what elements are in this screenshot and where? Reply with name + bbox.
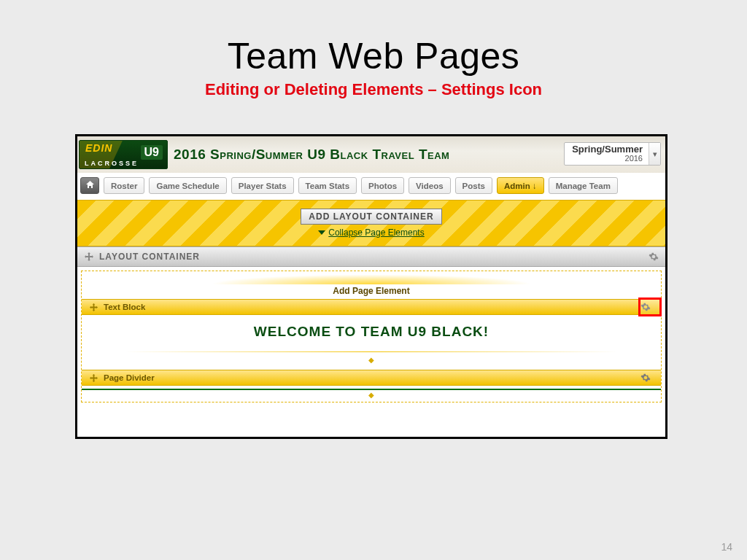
- green-divider: [82, 389, 661, 390]
- season-line1: Spring/Summer: [572, 144, 643, 154]
- tab-team-stats[interactable]: Team Stats: [298, 177, 357, 194]
- text-block-settings-button[interactable]: [636, 299, 655, 315]
- tab-player-stats[interactable]: Player Stats: [231, 177, 294, 194]
- layout-band: ADD LAYOUT CONTAINER Collapse Page Eleme…: [77, 200, 665, 246]
- move-icon[interactable]: [88, 301, 99, 313]
- page-number: 14: [721, 541, 732, 553]
- home-icon: [85, 180, 95, 191]
- tab-manage-team[interactable]: Manage Team: [549, 177, 618, 194]
- gear-icon[interactable]: [648, 251, 659, 262]
- logo-text-top: EDIN: [85, 142, 112, 154]
- add-page-element-button[interactable]: Add Page Element: [82, 284, 661, 299]
- logo-text-bottom: LACROSSE: [85, 160, 139, 167]
- tab-posts[interactable]: Posts: [455, 177, 492, 194]
- move-icon[interactable]: [88, 372, 99, 384]
- insert-marker-icon[interactable]: ◆: [82, 357, 661, 364]
- element-label: Page Divider: [104, 373, 155, 382]
- season-line2: 2016: [572, 154, 643, 163]
- page-divider-settings-button[interactable]: [636, 370, 655, 386]
- app-screenshot: EDIN U9 LACROSSE 2016 Spring/Summer U9 B…: [75, 134, 667, 439]
- tab-roster[interactable]: Roster: [104, 177, 144, 194]
- tab-bar: Roster Game Schedule Player Stats Team S…: [77, 173, 665, 200]
- divider-decoration: [125, 351, 617, 352]
- glow-decoration: [182, 273, 561, 284]
- team-logo[interactable]: EDIN U9 LACROSSE: [79, 140, 168, 169]
- home-button[interactable]: [80, 177, 99, 194]
- collapse-page-elements-link[interactable]: Collapse Page Elements: [318, 228, 424, 238]
- move-icon[interactable]: [83, 251, 95, 262]
- slide-title: Team Web Pages: [0, 0, 747, 77]
- app-header: EDIN U9 LACROSSE 2016 Spring/Summer U9 B…: [77, 136, 665, 173]
- tab-game-schedule[interactable]: Game Schedule: [149, 177, 226, 194]
- editable-area: Add Page Element Text Block WELCOME TO T…: [81, 271, 662, 402]
- collapse-label: Collapse Page Elements: [328, 228, 424, 238]
- layout-container-label: LAYOUT CONTAINER: [99, 252, 200, 262]
- season-select[interactable]: Spring/Summer 2016 ▾: [564, 142, 661, 166]
- welcome-heading: WELCOME TO TEAM U9 BLACK!: [82, 315, 661, 351]
- triangle-down-icon: [318, 230, 325, 235]
- gear-icon: [640, 372, 651, 384]
- team-title: 2016 Spring/Summer U9 Black Travel Team: [174, 147, 449, 163]
- slide-subtitle: Editing or Deleting Elements – Settings …: [0, 80, 747, 99]
- element-bar-text-block[interactable]: Text Block: [82, 299, 661, 315]
- add-layout-container-button[interactable]: ADD LAYOUT CONTAINER: [301, 209, 441, 225]
- tab-admin[interactable]: Admin ↓: [497, 177, 544, 194]
- tab-videos[interactable]: Videos: [409, 177, 451, 194]
- layout-container-bar[interactable]: LAYOUT CONTAINER: [77, 246, 665, 267]
- element-bar-page-divider[interactable]: Page Divider: [82, 370, 661, 386]
- element-label: Text Block: [104, 303, 145, 311]
- gear-icon: [640, 301, 651, 313]
- logo-badge: U9: [141, 145, 163, 160]
- tab-photos[interactable]: Photos: [361, 177, 404, 194]
- chevron-down-icon[interactable]: ▾: [649, 143, 660, 165]
- insert-marker-icon[interactable]: ◆: [82, 392, 661, 402]
